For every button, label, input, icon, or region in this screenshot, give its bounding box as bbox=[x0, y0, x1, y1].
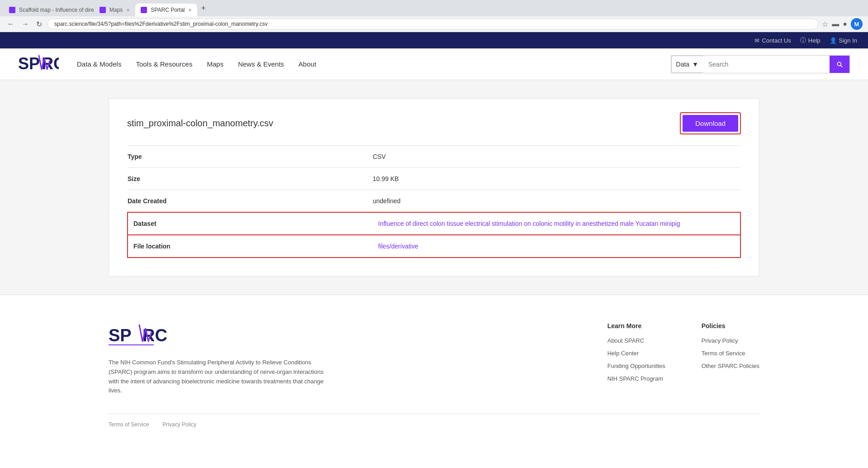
back-button[interactable]: ← bbox=[5, 19, 16, 29]
search-button[interactable] bbox=[830, 56, 849, 73]
footer-col-learn-more: Learn More About SPARC Help Center Fundi… bbox=[607, 322, 665, 382]
chevron-down-icon: ▼ bbox=[692, 61, 698, 68]
search-dropdown[interactable]: Data ▼ bbox=[671, 56, 703, 73]
logo-svg: SP RC bbox=[18, 52, 59, 75]
footer-right: Learn More About SPARC Help Center Fundi… bbox=[607, 322, 759, 382]
footer-description: The NIH Common Fund's Stimulating Periph… bbox=[109, 358, 326, 396]
nav-maps[interactable]: Maps bbox=[207, 60, 223, 68]
size-value: 10.99 KB bbox=[373, 168, 740, 190]
tab-label-scaffold: Scaffold map - Influence of direc... bbox=[19, 7, 94, 13]
contact-icon: ✉ bbox=[754, 37, 759, 44]
new-tab-button[interactable]: + bbox=[197, 0, 209, 16]
help-label: Help bbox=[808, 37, 821, 44]
footer-bottom: Terms of Service Privacy Policy bbox=[109, 414, 759, 428]
tab-favicon-sparc bbox=[141, 7, 147, 13]
nav-links: Data & Models Tools & Resources Maps New… bbox=[77, 60, 671, 68]
site-header: SP RC Data & Models Tools & Resources Ma… bbox=[0, 48, 868, 80]
tab-sparc[interactable]: SPARC Portal ✕ bbox=[135, 4, 197, 16]
search-input[interactable] bbox=[703, 56, 830, 73]
list-item: Terms of Service bbox=[702, 349, 759, 357]
search-area: Data ▼ bbox=[671, 55, 850, 73]
tab-label-sparc: SPARC Portal bbox=[151, 7, 185, 13]
search-icon bbox=[836, 61, 843, 68]
file-location-value: files/derivative bbox=[373, 235, 740, 258]
profile-circle[interactable]: M bbox=[851, 18, 863, 30]
policies-list: Privacy Policy Terms of Service Other SP… bbox=[702, 337, 759, 369]
nav-data-models[interactable]: Data & Models bbox=[77, 60, 121, 68]
contact-label: Contact Us bbox=[762, 37, 791, 44]
nav-tools-resources[interactable]: Tools & Resources bbox=[136, 60, 192, 68]
list-item: NIH SPARC Program bbox=[607, 375, 665, 382]
tab-label-maps: Maps bbox=[109, 7, 123, 13]
date-row: Date Created undefined bbox=[128, 190, 740, 213]
signin-link[interactable]: 👤 Sign In bbox=[830, 37, 857, 44]
dataset-value: Influence of direct colon tissue electri… bbox=[373, 212, 740, 235]
list-item: Funding Opportunities bbox=[607, 362, 665, 369]
footer-inner: SP RC The NIH Common Fund's Stimulating … bbox=[109, 322, 759, 396]
size-row: Size 10.99 KB bbox=[128, 168, 740, 190]
help-center-link[interactable]: Help Center bbox=[607, 350, 639, 357]
tab-close-maps[interactable]: ✕ bbox=[126, 8, 130, 13]
policies-heading: Policies bbox=[702, 322, 759, 330]
address-right: ☆ ▬ ● M bbox=[822, 18, 863, 30]
file-header: stim_proximal-colon_manometry.csv Downlo… bbox=[127, 112, 741, 134]
list-item: Help Center bbox=[607, 349, 665, 357]
profile-icon[interactable]: ● bbox=[843, 20, 847, 28]
nih-sparc-link[interactable]: NIH SPARC Program bbox=[607, 375, 663, 382]
footer: SP RC The NIH Common Fund's Stimulating … bbox=[0, 295, 868, 446]
tab-favicon-maps bbox=[100, 7, 106, 13]
search-input-wrap: Data ▼ bbox=[671, 55, 850, 73]
footer-privacy-link[interactable]: Privacy Policy bbox=[162, 421, 196, 428]
file-table: Type CSV Size 10.99 KB Date Created unde… bbox=[127, 145, 741, 258]
forward-button[interactable]: → bbox=[20, 19, 31, 29]
reload-button[interactable]: ↻ bbox=[34, 19, 44, 29]
footer-col-policies: Policies Privacy Policy Terms of Service… bbox=[702, 322, 759, 382]
dataset-row: Dataset Influence of direct colon tissue… bbox=[128, 212, 740, 235]
nav-about[interactable]: About bbox=[299, 60, 316, 68]
list-item: Privacy Policy bbox=[702, 337, 759, 344]
top-bar: ✉ Contact Us ⓘ Help 👤 Sign In bbox=[0, 32, 868, 48]
file-location-link[interactable]: files/derivative bbox=[378, 243, 418, 250]
download-button[interactable]: Download bbox=[683, 115, 738, 132]
footer-logo-svg: SP RC bbox=[109, 322, 172, 348]
svg-text:SP: SP bbox=[109, 326, 132, 345]
tab-maps[interactable]: Maps ✕ bbox=[94, 4, 135, 16]
bookmark-icon[interactable]: ☆ bbox=[822, 20, 828, 29]
size-label: Size bbox=[128, 168, 373, 190]
type-value: CSV bbox=[373, 146, 740, 168]
footer-left: SP RC The NIH Common Fund's Stimulating … bbox=[109, 322, 326, 396]
svg-text:SP: SP bbox=[18, 54, 40, 73]
address-input[interactable] bbox=[47, 19, 818, 29]
footer-logo: SP RC bbox=[109, 322, 326, 349]
list-item: Other SPARC Policies bbox=[702, 362, 759, 369]
nav-news-events[interactable]: News & Events bbox=[238, 60, 284, 68]
dataset-link[interactable]: Influence of direct colon tissue electri… bbox=[378, 220, 680, 227]
signin-label: Sign In bbox=[839, 37, 857, 44]
tab-close-sparc[interactable]: ✕ bbox=[188, 8, 192, 13]
search-dropdown-label: Data bbox=[676, 61, 690, 68]
help-link[interactable]: ⓘ Help bbox=[800, 36, 821, 44]
funding-link[interactable]: Funding Opportunities bbox=[607, 363, 665, 369]
date-value: undefined bbox=[373, 190, 740, 213]
file-location-label: File location bbox=[128, 235, 373, 258]
contact-us-link[interactable]: ✉ Contact Us bbox=[754, 37, 791, 44]
file-location-row: File location files/derivative bbox=[128, 235, 740, 258]
other-policies-link[interactable]: Other SPARC Policies bbox=[702, 363, 759, 369]
tab-scaffold[interactable]: Scaffold map - Influence of direc... ✕ bbox=[4, 4, 94, 16]
learn-more-list: About SPARC Help Center Funding Opportun… bbox=[607, 337, 665, 382]
help-icon: ⓘ bbox=[800, 36, 806, 44]
list-item: About SPARC bbox=[607, 337, 665, 344]
user-icon: 👤 bbox=[830, 37, 837, 44]
type-label: Type bbox=[128, 146, 373, 168]
logo-area[interactable]: SP RC bbox=[18, 52, 59, 76]
extension-icon[interactable]: ▬ bbox=[832, 20, 839, 28]
file-name: stim_proximal-colon_manometry.csv bbox=[127, 118, 273, 129]
learn-more-heading: Learn More bbox=[607, 322, 665, 330]
terms-of-service-link[interactable]: Terms of Service bbox=[702, 350, 745, 357]
svg-text:RC: RC bbox=[42, 54, 59, 73]
about-sparc-link[interactable]: About SPARC bbox=[607, 337, 644, 344]
footer-terms-link[interactable]: Terms of Service bbox=[109, 421, 149, 428]
main-content: stim_proximal-colon_manometry.csv Downlo… bbox=[0, 80, 868, 295]
privacy-policy-link[interactable]: Privacy Policy bbox=[702, 337, 738, 344]
tab-favicon-scaffold bbox=[9, 7, 15, 13]
